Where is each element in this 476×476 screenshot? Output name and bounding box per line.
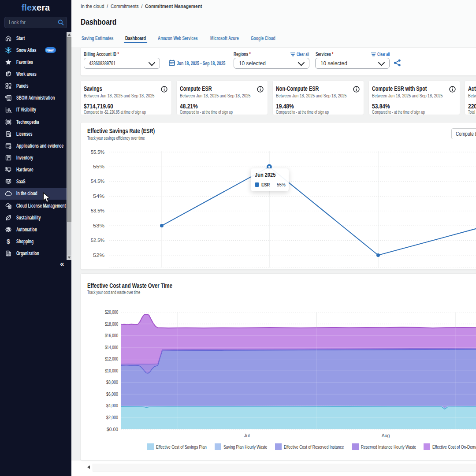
svg-text:53.5%: 53.5% (91, 208, 104, 213)
svg-text:$0.00: $0.00 (107, 427, 118, 432)
svg-text:53%: 53% (93, 223, 104, 228)
svg-text:$12,000: $12,000 (105, 356, 118, 361)
svg-text:$8,000: $8,000 (106, 379, 118, 385)
svg-text:$4,000: $4,000 (106, 403, 118, 408)
svg-text:$18,000: $18,000 (105, 321, 118, 327)
svg-text:54%: 54% (93, 193, 104, 199)
svg-text:$: $ (7, 238, 10, 245)
svg-text:$14,000: $14,000 (105, 345, 118, 350)
svg-text:52%: 52% (93, 253, 104, 258)
svg-text:Jul: Jul (244, 433, 249, 438)
svg-text:$20,000: $20,000 (105, 309, 118, 315)
svg-text:$2,000: $2,000 (106, 415, 118, 420)
svg-text:54.5%: 54.5% (91, 178, 104, 184)
svg-text:52.5%: 52.5% (91, 238, 104, 243)
svg-text:55.5%: 55.5% (91, 149, 104, 155)
svg-text:Aug: Aug (382, 433, 390, 438)
svg-text:$6,000: $6,000 (106, 391, 118, 397)
svg-text:$10,000: $10,000 (105, 368, 118, 373)
svg-text:55%: 55% (93, 164, 104, 169)
svg-text:$16,000: $16,000 (105, 333, 118, 338)
